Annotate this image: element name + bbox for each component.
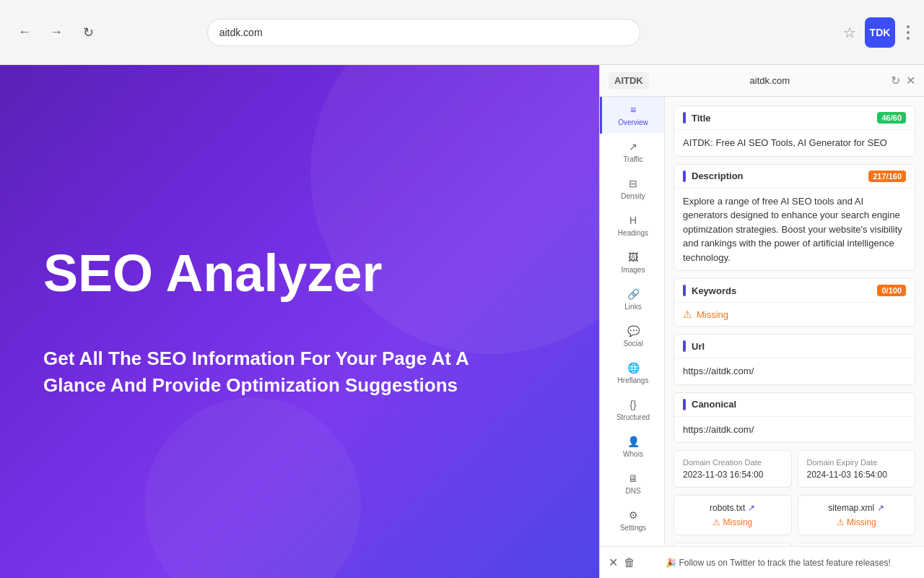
sidebar-item-overview[interactable]: ≡ Overview [600, 97, 664, 134]
sitemap-warn-icon: ⚠ [837, 517, 845, 527]
browser-actions: ☆ TDK [843, 17, 912, 48]
panel-content: Title 46/60 AITDK: Free AI SEO Tools, AI… [665, 97, 924, 546]
sidebar-item-hreflangs[interactable]: 🌐 Hreflangs [600, 355, 664, 392]
settings-icon: ⚙ [629, 509, 638, 521]
domain-expiry-value: 2024-11-03 16:54:00 [807, 470, 907, 480]
sidebar-label-hreflangs: Hreflangs [618, 376, 649, 384]
address-bar-text: aitdk.com [219, 27, 263, 38]
sidebar-label-settings: Settings [620, 524, 646, 532]
title-badge: 46/60 [877, 112, 906, 124]
sidebar-label-traffic: Traffic [623, 155, 642, 163]
density-icon: ⊟ [629, 178, 637, 189]
dot [907, 31, 910, 34]
url-label: Url [692, 341, 906, 352]
canonical-value: https://aitdk.com/ [674, 417, 915, 443]
domain-expiry-card: Domain Expiry Date 2024-11-03 16:54:00 [798, 450, 916, 488]
title-value: AITDK: Free AI SEO Tools, AI Generator f… [674, 130, 915, 156]
browser-chrome: ← → ↻ aitdk.com ☆ TDK [0, 0, 924, 65]
robots-ext-link[interactable]: ↗ [748, 503, 755, 513]
hreflangs-icon: 🌐 [627, 362, 640, 374]
images-icon: 🖼 [628, 251, 638, 263]
domain-creation-card: Domain Creation Date 2023-11-03 16:54:00 [674, 450, 792, 488]
keywords-section-header: Keywords 0/100 [674, 279, 915, 303]
sitemap-header: sitemap.xml ↗ [807, 503, 907, 513]
keywords-section: Keywords 0/100 ⚠ Missing [674, 278, 915, 327]
canonical-label: Canonical [692, 399, 906, 410]
url-section: Url https://aitdk.com/ [674, 334, 915, 385]
sidebar-label-density: Density [621, 192, 645, 200]
sidebar-item-density[interactable]: ⊟ Density [600, 171, 664, 207]
description-badge: 217/160 [868, 171, 906, 182]
seo-panel: AITDK aitdk.com ↻ ✕ ≡ Overview ↗ Traffic [599, 65, 924, 578]
panel-close-button[interactable]: ✕ [906, 74, 915, 87]
sidebar-item-settings[interactable]: ⚙ Settings [600, 502, 664, 539]
site-title: SEO Analyzer [43, 245, 556, 302]
url-value: https://aitdk.com/ [674, 358, 915, 384]
canonical-section: Canonical https://aitdk.com/ [674, 392, 915, 444]
twitter-button[interactable]: ✕ [609, 556, 618, 569]
keywords-marker [683, 285, 686, 296]
canonical-section-header: Canonical [674, 393, 915, 417]
canonical-marker [683, 399, 686, 410]
social-icon: 💬 [627, 325, 640, 337]
robots-card: robots.txt ↗ ⚠ Missing [674, 495, 792, 535]
panel-footer: ✕ 🗑 🎉 Follow us on Twitter to track the … [600, 546, 924, 578]
sidebar-item-links[interactable]: 🔗 Links [600, 281, 664, 318]
site-subtitle: Get All The SEO Information For Your Pag… [43, 345, 534, 398]
sidebar-item-structured[interactable]: {} Structured [600, 392, 664, 428]
sidebar-label-dns: DNS [625, 487, 640, 495]
robots-header: robots.txt ↗ [683, 503, 783, 513]
title-section: Title 46/60 AITDK: Free AI SEO Tools, AI… [674, 105, 915, 157]
sitemap-status: ⚠ Missing [807, 517, 907, 527]
sidebar-item-traffic[interactable]: ↗ Traffic [600, 134, 664, 171]
panel-refresh-button[interactable]: ↻ [891, 74, 900, 87]
sidebar-label-structured: Structured [616, 413, 650, 421]
panel-header: AITDK aitdk.com ↻ ✕ [600, 65, 924, 97]
panel-url: aitdk.com [655, 75, 885, 86]
overview-icon: ≡ [630, 104, 636, 116]
sitemap-ext-link[interactable]: ↗ [877, 503, 884, 513]
sidebar-label-social: Social [623, 340, 642, 348]
address-bar[interactable]: aitdk.com [207, 19, 640, 46]
keywords-missing-label: Missing [697, 309, 728, 320]
traffic-icon: ↗ [629, 141, 637, 152]
sidebar-item-headings[interactable]: H Headings [600, 207, 664, 244]
panel-icons: ↻ ✕ [891, 74, 915, 87]
sidebar-item-images[interactable]: 🖼 Images [600, 244, 664, 281]
description-section: Description 217/160 Explore a range of f… [674, 164, 915, 272]
description-value: Explore a range of free AI SEO tools and… [674, 189, 915, 271]
sidebar-label-overview: Overview [618, 118, 648, 126]
domain-expiry-label: Domain Expiry Date [807, 458, 907, 467]
keywords-missing: ⚠ Missing [674, 303, 915, 326]
sidebar-item-whois[interactable]: 👤 Whois [600, 428, 664, 465]
sidebar-item-social[interactable]: 💬 Social [600, 318, 664, 355]
reload-button[interactable]: ↻ [75, 20, 101, 46]
robots-status-label: Missing [723, 517, 753, 527]
domain-creation-label: Domain Creation Date [683, 458, 783, 467]
dns-icon: 🖥 [628, 473, 638, 484]
main-area: SEO Analyzer Get All The SEO Information… [0, 65, 924, 578]
forward-button[interactable]: → [43, 20, 69, 46]
sidebar-label-headings: Headings [618, 229, 648, 237]
domain-dates: Domain Creation Date 2023-11-03 16:54:00… [674, 450, 915, 488]
structured-icon: {} [629, 399, 636, 410]
whois-icon: 👤 [627, 436, 640, 447]
sidebar-item-dns[interactable]: 🖥 DNS [600, 465, 664, 502]
back-button[interactable]: ← [12, 20, 38, 46]
keywords-label: Keywords [692, 285, 871, 296]
panel-brand: AITDK [609, 72, 649, 89]
description-label: Description [692, 171, 863, 181]
delete-button[interactable]: 🗑 [624, 556, 635, 569]
sitemap-label: sitemap.xml [828, 503, 874, 513]
bookmark-button[interactable]: ☆ [843, 24, 856, 41]
sidebar-label-images: Images [622, 266, 645, 274]
robots-label: robots.txt [710, 503, 745, 513]
nav-buttons: ← → ↻ [12, 20, 101, 46]
user-avatar[interactable]: TDK [865, 17, 895, 48]
description-section-header: Description 217/160 [674, 165, 915, 189]
sidebar-item-google[interactable]: G Google [600, 539, 664, 546]
more-menu-button[interactable] [904, 22, 912, 43]
robots-status: ⚠ Missing [683, 517, 783, 527]
footer-notice: 🎉 Follow us on Twitter to track the late… [641, 558, 915, 568]
description-marker [683, 171, 686, 182]
